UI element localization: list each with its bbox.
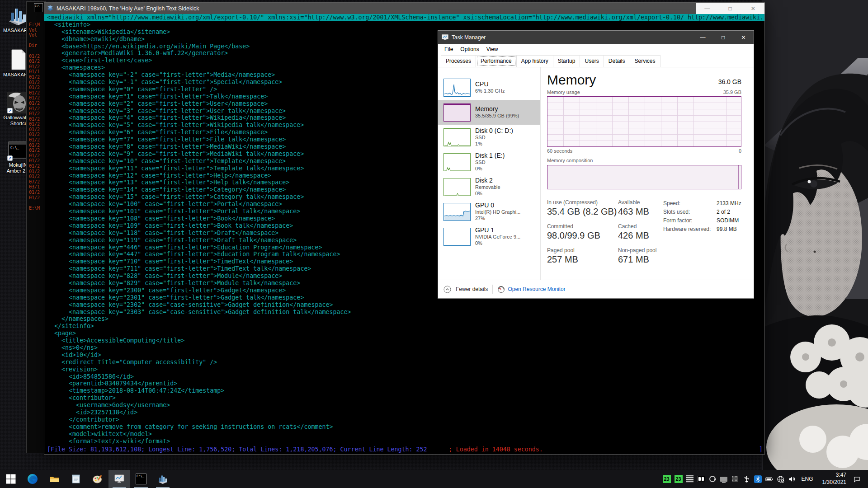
code-line: <siteinfo>	[44, 21, 764, 28]
tray-monitor-icon[interactable]	[720, 475, 728, 483]
taskbar-app-edge[interactable]	[22, 470, 43, 488]
sidebar-item-memory[interactable]: Memory35.5/35.9 GB (99%)	[438, 100, 540, 125]
editor-title: MASAKARI 198x60, The 'Holy Axe' English …	[57, 5, 199, 12]
cmd-line: E:\M	[29, 206, 40, 211]
code-line: <id>10</id>	[44, 352, 764, 359]
disk0-graph-thumbnail	[443, 128, 471, 146]
graph-x-right: 0	[739, 148, 741, 154]
taskbar-app-cmd[interactable]: C:\_	[130, 470, 152, 488]
tab-services[interactable]: Services	[630, 55, 660, 67]
info-label: Form factor:	[663, 216, 717, 225]
face-icon: ↗	[7, 92, 29, 113]
cmd-line: 01/2	[29, 117, 40, 122]
cmd-line: 01/2	[29, 153, 40, 159]
sidebar-item-gpu-1[interactable]: GPU 1NVIDIA GeForce 9... 0%	[438, 224, 540, 249]
sidebar-item-disk-2[interactable]: Disk 2Removable 0%	[438, 174, 540, 199]
start-button[interactable]	[0, 470, 22, 488]
code-line: <model>wikitext</model>	[44, 431, 764, 438]
memory-panel: Memory 36.0 GB Memory usage 35.9 GB 60 s…	[541, 67, 754, 280]
fewer-details-button[interactable]: Fewer details	[456, 286, 488, 292]
cmd-icon: C:\_	[136, 474, 146, 484]
tray-usb-icon[interactable]	[743, 475, 750, 483]
cmd-line: 07/2	[29, 179, 40, 185]
tab-app-history[interactable]: App history	[516, 55, 553, 67]
minimize-button[interactable]: —	[693, 31, 713, 44]
language-indicator[interactable]: ENG	[799, 476, 816, 482]
menu-file[interactable]: File	[441, 45, 457, 54]
tray-battery-icon[interactable]	[765, 475, 773, 483]
task-manager-window[interactable]: Task Manager — □ ✕ FileOptionsView Proce…	[438, 30, 754, 299]
memory-composition-bar	[547, 165, 741, 189]
stat-value: 35.4 GB (8.2 GB)	[547, 206, 618, 217]
editor-titlebar[interactable]: MASAKARI 198x60, The 'Holy Axe' English …	[44, 3, 764, 14]
sidebar-item-disk-1-e-[interactable]: Disk 1 (E:)SSD 0%	[438, 150, 540, 174]
open-resource-monitor-link[interactable]: Open Resource Monitor	[497, 286, 565, 293]
tab-performance[interactable]: Performance	[476, 55, 517, 67]
sidebar-item-name: GPU 1	[475, 226, 520, 234]
chevron-up-icon[interactable]	[443, 286, 451, 293]
cmd-line: 01/2	[29, 127, 40, 132]
task-manager-titlebar[interactable]: Task Manager — □ ✕	[438, 31, 754, 44]
tray-ring-icon[interactable]	[709, 475, 717, 483]
editor-status-bar: [File Size: 81,193,612,108; Longest Line…	[44, 446, 764, 453]
cmd-line: Dir	[29, 43, 40, 48]
task-manager-tabs: ProcessesPerformanceApp historyStartupUs…	[438, 55, 754, 67]
disk1-graph-thumbnail	[443, 153, 471, 171]
sidebar-item-disk-0-c-d-[interactable]: Disk 0 (C: D:)SSD 1%	[438, 125, 540, 150]
cmd-line: 01/2	[29, 164, 40, 169]
tab-users[interactable]: Users	[580, 55, 604, 67]
tray-icons: 2323	[663, 475, 796, 483]
taskbar-app-paint[interactable]	[87, 470, 108, 488]
tray-speaker-icon[interactable]	[788, 475, 796, 483]
clock-date: 1/30/2021	[822, 479, 846, 486]
resource-monitor-icon	[497, 286, 505, 293]
cmd-line: 01/2	[29, 90, 40, 96]
cmd-line: 01/2	[29, 143, 40, 148]
code-line: <redirect title="Computer accessibility"…	[44, 359, 764, 366]
tray-badge-icon[interactable]: 23	[663, 475, 671, 483]
sidebar-item-name: Disk 2	[475, 177, 500, 184]
code-line: </siteinfo>	[44, 323, 764, 330]
tray-ram-icon[interactable]	[686, 475, 694, 483]
taskbar-app-taskmgr[interactable]	[108, 470, 130, 488]
menu-view[interactable]: View	[483, 45, 502, 54]
tray-bluetooth-icon[interactable]	[754, 475, 762, 483]
stat-value: 98.0/99.9 GB	[547, 230, 618, 241]
tray-media-icon[interactable]	[698, 475, 705, 483]
code-line: <timestamp>2018-08-14T06:47:24Z</timesta…	[44, 387, 764, 394]
tray-badge-icon[interactable]: 23	[675, 475, 683, 483]
stat-value: 426 MB	[618, 230, 663, 241]
minimize-button[interactable]: —	[696, 3, 719, 14]
maximize-button[interactable]: □	[713, 31, 733, 44]
cmd-line: 01/2	[29, 54, 40, 59]
code-line: <ns>0</ns>	[44, 344, 764, 352]
cmd-line	[29, 48, 40, 54]
code-line: <title>AccessibleComputing</title>	[44, 337, 764, 344]
close-button[interactable]: ✕	[741, 3, 764, 14]
tab-processes[interactable]: Processes	[441, 55, 476, 67]
background-cmd-window[interactable]: C:\ E:\MVolVolDir01/201/201/201/101/201/…	[26, 1, 46, 453]
maximize-button[interactable]: □	[719, 3, 742, 14]
system-tray: 2323 ENG 3:47 1/30/2021	[663, 470, 868, 488]
menu-options[interactable]: Options	[457, 45, 482, 54]
close-button[interactable]: ✕	[733, 31, 754, 44]
tab-details[interactable]: Details	[604, 55, 630, 67]
memory-stat: Available463 MB	[618, 199, 663, 223]
taskbar-app-masakari[interactable]	[152, 470, 174, 488]
taskbar-app-notepad[interactable]	[65, 470, 87, 488]
cmd-output: E:\MVolVolDir01/201/201/201/101/201/201/…	[29, 22, 40, 211]
disk2-graph-thumbnail	[443, 178, 471, 196]
tray-grid-icon[interactable]	[731, 475, 739, 483]
taskbar-app-explorer[interactable]	[43, 470, 65, 488]
cmd-line: 01/2	[29, 64, 40, 70]
tray-globe-icon[interactable]	[777, 475, 784, 483]
cmd-line: 01/2	[29, 111, 40, 117]
taskbar-clock[interactable]: 3:47 1/30/2021	[819, 472, 849, 486]
memory-usage-graph	[547, 96, 741, 147]
sidebar-item-gpu-0[interactable]: GPU 0Intel(R) HD Graphi... 27%	[438, 199, 540, 224]
sidebar-item-cpu[interactable]: CPU6% 1.30 GHz	[438, 75, 540, 100]
cmd-line: 01/2	[29, 190, 40, 195]
code-line: <username>Godsy</username>	[44, 402, 764, 409]
action-center-icon[interactable]	[853, 475, 861, 483]
tab-startup[interactable]: Startup	[553, 55, 580, 67]
